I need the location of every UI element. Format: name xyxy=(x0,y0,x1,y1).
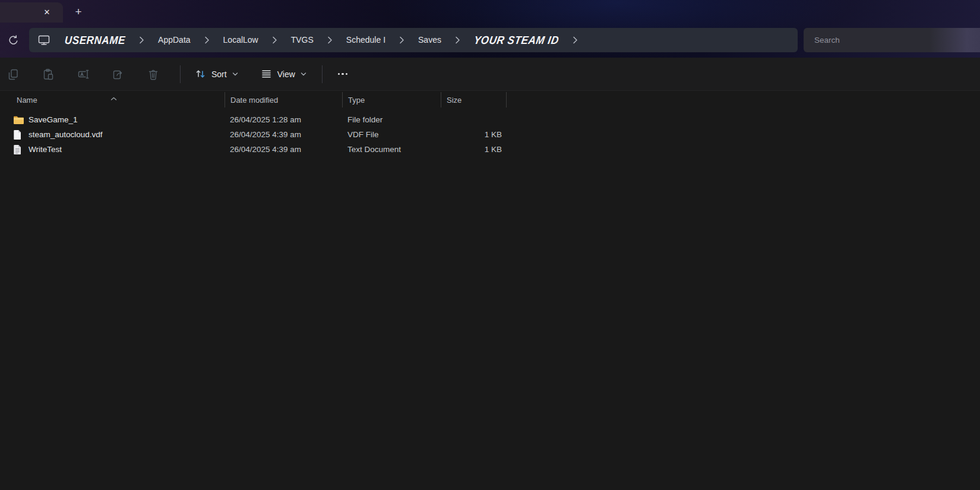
column-header-row: Name Date modified Type Size xyxy=(0,90,980,109)
chevron-right-icon xyxy=(272,36,277,44)
tab-bar: ✕ + xyxy=(0,0,980,23)
chevron-down-icon xyxy=(301,72,306,77)
more-options-button[interactable] xyxy=(331,64,355,85)
breadcrumb-saves[interactable]: Saves xyxy=(411,28,448,52)
breadcrumb-tvgs[interactable]: TVGS xyxy=(284,28,321,52)
breadcrumb-locallow[interactable]: LocalLow xyxy=(216,28,265,52)
view-button[interactable]: View xyxy=(256,65,311,83)
file-size: 1 KB xyxy=(441,130,507,139)
sort-ascending-caret-icon xyxy=(110,93,117,103)
paste-button[interactable] xyxy=(36,64,60,85)
file-icon xyxy=(13,129,24,140)
chevron-down-icon xyxy=(232,72,238,77)
file-type: VDF File xyxy=(342,130,441,139)
text-document-icon xyxy=(13,144,24,154)
delete-icon xyxy=(147,68,159,80)
address-bar[interactable]: USERNAME AppData LocalLow TVGS xyxy=(29,28,798,52)
sort-arrows-icon xyxy=(195,68,206,80)
file-date: 26/04/2025 1:28 am xyxy=(225,115,342,124)
more-options-icon xyxy=(342,73,344,75)
refresh-button[interactable] xyxy=(2,29,24,51)
file-list: SaveGame_1 26/04/2025 1:28 am File folde… xyxy=(0,112,980,157)
chevron-right-icon xyxy=(327,36,333,44)
tab-close-button[interactable]: ✕ xyxy=(39,5,55,20)
column-header-type[interactable]: Type xyxy=(342,92,441,108)
copy-button[interactable] xyxy=(1,64,25,85)
toolbar-divider xyxy=(322,65,323,83)
file-size: 1 KB xyxy=(441,145,507,154)
breadcrumb-username[interactable]: USERNAME xyxy=(57,27,134,54)
command-toolbar: Sort View xyxy=(0,58,980,90)
chevron-right-icon xyxy=(139,36,144,44)
chevron-right-icon xyxy=(399,36,404,44)
new-tab-button[interactable]: + xyxy=(70,3,87,20)
explorer-tab[interactable]: ✕ xyxy=(0,2,63,23)
file-name: WriteTest xyxy=(29,145,62,154)
sort-label: Sort xyxy=(211,69,227,79)
copy-icon xyxy=(7,68,19,80)
search-input[interactable] xyxy=(804,28,980,52)
rename-icon xyxy=(77,68,90,80)
rename-button[interactable] xyxy=(71,64,95,85)
column-header-date-modified[interactable]: Date modified xyxy=(225,92,342,108)
this-pc-icon xyxy=(37,34,50,46)
address-row: USERNAME AppData LocalLow TVGS xyxy=(0,23,980,58)
search-box xyxy=(804,28,980,52)
chevron-right-icon xyxy=(455,36,460,44)
column-header-size[interactable]: Size xyxy=(441,92,507,108)
file-explorer-window: ✕ + USERNAME xyxy=(0,0,980,490)
file-row[interactable]: SaveGame_1 26/04/2025 1:28 am File folde… xyxy=(0,112,980,127)
refresh-icon xyxy=(8,34,19,46)
breadcrumb-schedule-i[interactable]: Schedule I xyxy=(339,28,393,52)
file-row[interactable]: WriteTest 26/04/2025 4:39 am Text Docume… xyxy=(0,142,980,157)
breadcrumb-appdata[interactable]: AppData xyxy=(151,28,197,52)
file-date: 26/04/2025 4:39 am xyxy=(225,145,342,154)
sort-button[interactable]: Sort xyxy=(190,65,243,83)
file-name: steam_autocloud.vdf xyxy=(29,130,103,139)
chevron-right-icon xyxy=(573,36,578,44)
share-icon xyxy=(112,68,124,80)
delete-button[interactable] xyxy=(141,64,165,85)
file-date: 26/04/2025 4:39 am xyxy=(225,130,342,139)
file-type: Text Document xyxy=(342,145,441,154)
breadcrumb-steam-id[interactable]: YOUR STEAM ID xyxy=(464,27,568,54)
folder-icon xyxy=(13,115,24,125)
file-row[interactable]: steam_autocloud.vdf 26/04/2025 4:39 am V… xyxy=(0,127,980,142)
paste-icon xyxy=(42,68,54,80)
file-type: File folder xyxy=(342,115,441,124)
window-chrome: ✕ + USERNAME xyxy=(0,0,980,58)
view-lines-icon xyxy=(261,68,272,80)
share-button[interactable] xyxy=(106,64,130,85)
file-name: SaveGame_1 xyxy=(29,115,78,124)
chevron-right-icon xyxy=(204,36,210,44)
toolbar-divider xyxy=(180,65,181,83)
more-options-icon xyxy=(346,73,348,75)
more-options-icon xyxy=(338,73,340,75)
breadcrumb: USERNAME AppData LocalLow TVGS xyxy=(58,28,584,52)
view-label: View xyxy=(277,69,295,79)
